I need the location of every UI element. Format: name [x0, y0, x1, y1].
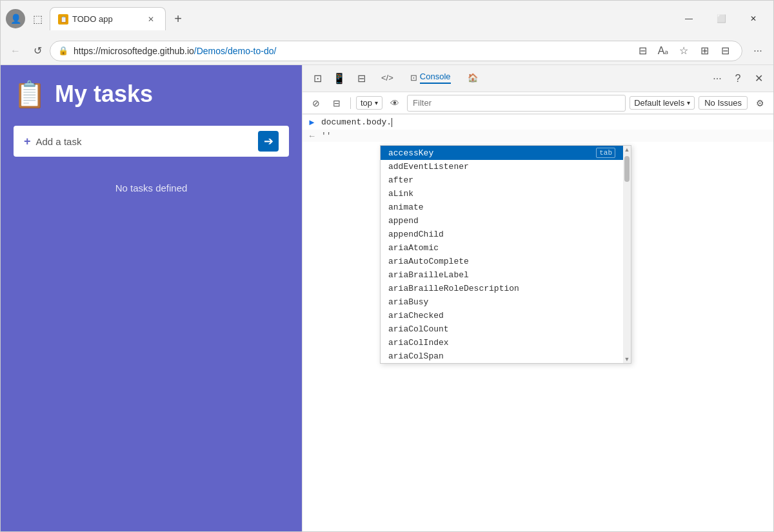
inspect-element-icon[interactable]: ⊡ [308, 69, 327, 88]
favorites-icon[interactable]: ☆ [675, 42, 693, 60]
autocomplete-item[interactable]: after [381, 173, 623, 187]
autocomplete-dropdown[interactable]: accessKey tab addEventListener after aLi… [380, 145, 631, 364]
autocomplete-item-label: append [388, 216, 419, 226]
result-arrow: ← [308, 131, 316, 141]
minimize-button[interactable]: — [674, 9, 704, 28]
autocomplete-item[interactable]: ariaBusy [381, 295, 623, 309]
devtools-right-icons: ··· ? ✕ [708, 69, 768, 88]
url-path: /Demos/demo-to-do/ [194, 46, 277, 56]
refresh-button[interactable]: ↺ [28, 41, 47, 61]
toggle-sidebar-icon[interactable]: ⊟ [352, 69, 371, 88]
autocomplete-item[interactable]: ariaColIndex [381, 336, 623, 350]
cursor-indicator [392, 118, 392, 127]
clear-console-button[interactable]: ⊘ [308, 95, 324, 112]
autocomplete-item[interactable]: animate [381, 201, 623, 214]
level-selector[interactable]: Default levels ▾ [630, 96, 695, 110]
scroll-thumb[interactable] [624, 156, 630, 182]
address-bar-row: ← ↺ 🔒 https://microsoftedge.github.io/De… [1, 37, 773, 65]
console-filter-icon[interactable]: ⊟ [328, 95, 345, 112]
split-view-icon[interactable]: ⊟ [633, 42, 651, 60]
autocomplete-item[interactable]: ariaColSpan [381, 350, 623, 363]
tab-groups-icon[interactable]: ⊞ [695, 42, 713, 60]
add-task-submit-button[interactable]: ➔ [258, 131, 279, 152]
close-button[interactable]: ✕ [739, 9, 768, 28]
todo-app-title: My tasks [55, 81, 153, 108]
autocomplete-item[interactable]: ariaColCount [381, 322, 623, 336]
autocomplete-scrollbar[interactable]: ▲ ▼ [623, 146, 631, 363]
back-button[interactable]: ← [6, 41, 25, 61]
filter-input[interactable] [407, 95, 626, 112]
autocomplete-item[interactable]: addEventListener [381, 160, 623, 173]
autocomplete-item-label: ariaColSpan [388, 351, 444, 361]
read-aloud-icon[interactable]: Aₐ [654, 42, 672, 60]
maximize-button[interactable]: ⬜ [706, 9, 736, 28]
autocomplete-item-label: animate [388, 202, 424, 212]
main-area: 📋 My tasks + Add a task ➔ No tasks defin… [1, 65, 773, 531]
new-tab-button[interactable]: + [168, 9, 188, 28]
tab-favicon: 📋 [58, 14, 68, 25]
tab-console[interactable]: ⊡ Console [402, 65, 459, 92]
console-input-line[interactable]: ► document.body. [303, 114, 773, 130]
autocomplete-item[interactable]: ariaChecked [381, 309, 623, 322]
autocomplete-item[interactable]: appendChild [381, 228, 623, 241]
devtools-close-button[interactable]: ✕ [749, 69, 768, 88]
devtools-help-button[interactable]: ? [728, 69, 748, 88]
console-settings-icon[interactable]: ⚙ [751, 95, 768, 112]
tab-close-button[interactable]: ✕ [144, 13, 157, 26]
console-input-text[interactable]: document.body. [321, 117, 392, 127]
autocomplete-item[interactable]: ariaAutoComplete [381, 255, 623, 268]
address-bar[interactable]: 🔒 https://microsoftedge.github.io/Demos/… [50, 41, 742, 61]
tab-bar: 📋 TODO app ✕ + [50, 7, 671, 30]
autocomplete-item-selected[interactable]: accessKey tab [381, 146, 623, 160]
active-tab[interactable]: 📋 TODO app ✕ [50, 7, 166, 30]
todo-app-icon: 📋 [14, 81, 46, 107]
devtools-panel: ⊡ 📱 ⊟ </> ⊡ Console 🏠 ··· [302, 65, 773, 531]
autocomplete-item-label: accessKey [388, 148, 433, 158]
autocomplete-item[interactable]: ariaAtomic [381, 241, 623, 255]
console-toolbar: ⊘ ⊟ top ▾ 👁 Default levels ▾ No Issues ⚙ [303, 92, 773, 114]
browser-essentials-icon[interactable]: ⊟ [716, 42, 734, 60]
autocomplete-item-label: ariaAtomic [388, 243, 439, 253]
no-issues-badge[interactable]: No Issues [699, 96, 748, 110]
console-tab-icon: ⊡ [410, 73, 417, 83]
device-emulation-icon[interactable]: 📱 [330, 69, 349, 88]
autocomplete-item-label: ariaChecked [388, 311, 444, 320]
browser-window: 👤 ⬚ 📋 TODO app ✕ + — ⬜ ✕ ← ↺ 🔒 https://m… [0, 0, 774, 532]
context-value: top [361, 98, 372, 108]
autocomplete-item[interactable]: aLink [381, 187, 623, 201]
context-selector[interactable]: top ▾ [356, 96, 382, 110]
autocomplete-item[interactable]: ariaBrailleRoleDescription [381, 282, 623, 295]
console-result-line: ← '' [303, 130, 773, 142]
autocomplete-item-label: ariaBrailleRoleDescription [388, 284, 519, 293]
tab-sources[interactable]: 🏠 [460, 65, 486, 92]
scroll-down-button[interactable]: ▼ [623, 355, 631, 363]
autocomplete-item-label: ariaBusy [388, 297, 428, 307]
toolbar-divider [350, 97, 351, 109]
console-tab-label: Console [420, 72, 451, 84]
console-caret: ► [308, 117, 316, 127]
add-task-bar[interactable]: + Add a task ➔ [14, 126, 289, 157]
devtools-tabs: </> ⊡ Console 🏠 [373, 65, 705, 92]
autocomplete-item-label: ariaBrailleLabel [388, 270, 469, 280]
tab-title: TODO app [72, 14, 141, 24]
scroll-up-button[interactable]: ▲ [623, 146, 631, 153]
result-value: '' [321, 131, 332, 141]
sources-tab-label: 🏠 [468, 73, 478, 83]
autocomplete-item-label: aLink [388, 189, 413, 199]
url-domain: https://microsoftedge.github.io [74, 46, 194, 56]
autocomplete-item[interactable]: append [381, 214, 623, 228]
level-dropdown-arrow: ▾ [687, 99, 690, 106]
tab-elements[interactable]: </> [373, 65, 401, 92]
console-eye-icon[interactable]: 👁 [386, 95, 403, 112]
autocomplete-item[interactable]: ariaBrailleLabel [381, 268, 623, 282]
title-bar: 👤 ⬚ 📋 TODO app ✕ + — ⬜ ✕ [1, 1, 773, 37]
sidebar-toggle[interactable]: ⬚ [28, 9, 47, 28]
autocomplete-item-label: after [388, 175, 413, 185]
devtools-more-button[interactable]: ··· [708, 69, 727, 88]
autocomplete-list: accessKey tab addEventListener after aLi… [381, 146, 623, 363]
autocomplete-item-label: ariaAutoComplete [388, 257, 469, 266]
console-output: ► document.body. ← '' accessKey tab [303, 114, 773, 531]
autocomplete-item-label: ariaColCount [388, 324, 449, 334]
more-tools-button[interactable]: ··· [748, 41, 768, 61]
profile-icon[interactable]: 👤 [6, 9, 25, 28]
